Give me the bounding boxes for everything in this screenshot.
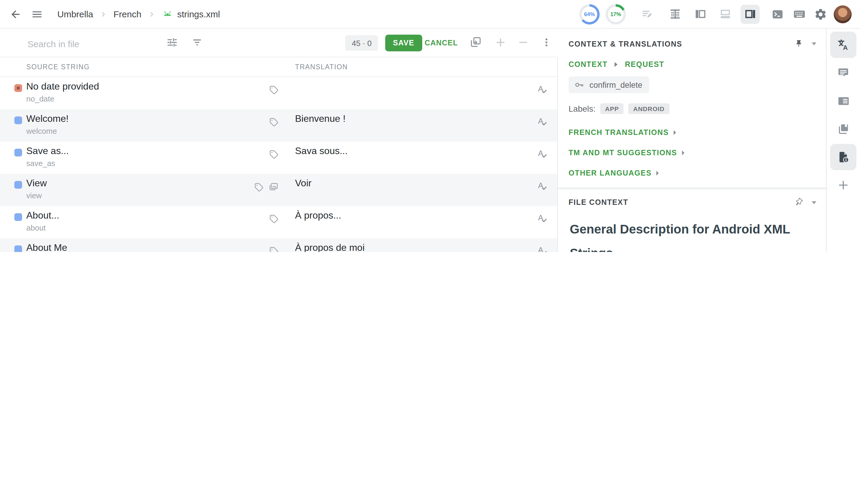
section-label: OTHER LANGUAGES (569, 169, 651, 177)
breadcrumb-file[interactable]: strings.xml (161, 8, 220, 20)
context-panel: CONTEXT & TRANSLATIONS CONTEXT REQUEST c… (558, 29, 827, 252)
unpin-icon[interactable] (792, 196, 805, 209)
context-tabs: CONTEXT REQUEST (558, 48, 826, 69)
rail-add-panel-button[interactable] (830, 172, 857, 198)
panel-icon-rail: A (827, 29, 860, 252)
tag-icon[interactable] (269, 85, 279, 95)
string-key-chip[interactable]: confirm_delete (569, 76, 649, 93)
chevron-down-icon[interactable] (812, 201, 816, 204)
terminal-icon (771, 8, 784, 20)
tag-icon[interactable] (269, 246, 279, 252)
spellcheck-button[interactable]: A (536, 180, 548, 192)
side-panel-view-icon (744, 8, 756, 20)
rail-glossary-button[interactable] (830, 116, 857, 142)
string-key: view (26, 191, 42, 200)
table-row[interactable]: View view Voir A (0, 174, 557, 206)
section-tm-mt-suggestions[interactable]: TM AND MT SUGGESTIONS (569, 143, 815, 163)
more-options-button[interactable] (541, 37, 553, 48)
spellcheck-button[interactable]: A (536, 116, 548, 128)
approved-progress-ring[interactable]: 17% (605, 4, 626, 24)
draft-pencil-icon (641, 8, 654, 20)
remove-string-button[interactable] (517, 37, 529, 48)
filter-button[interactable] (191, 37, 203, 48)
draft-button[interactable] (637, 3, 658, 25)
label-chip[interactable]: APP (600, 103, 624, 114)
add-string-button[interactable] (494, 37, 506, 48)
chevron-right-icon (615, 62, 618, 67)
table-row[interactable]: No date provided no_date A (0, 77, 557, 109)
console-button[interactable] (767, 3, 788, 25)
screenshot-icon[interactable] (268, 182, 279, 192)
table-row[interactable]: About... about À propos... A (0, 206, 557, 238)
section-label: FRENCH TRANSLATIONS (569, 128, 669, 137)
advanced-filter-button[interactable] (166, 37, 178, 48)
spellcheck-button[interactable]: A (536, 245, 548, 252)
file-info-icon (836, 150, 850, 164)
table-row[interactable]: Save as... save_as Sava sous... A (0, 142, 557, 174)
chevron-right-icon (682, 150, 684, 155)
cancel-button[interactable]: CANCEL (420, 35, 462, 51)
view-side-by-side-button[interactable] (690, 4, 710, 24)
section-other-languages[interactable]: OTHER LANGUAGES (569, 163, 815, 183)
keyboard-icon (792, 7, 806, 21)
section-label: TM AND MT SUGGESTIONS (569, 149, 677, 157)
rail-translations-button[interactable]: A (830, 32, 857, 58)
approved-percent: 17% (605, 4, 626, 24)
minus-icon (517, 37, 529, 48)
gear-icon (814, 8, 827, 20)
copy-source-button[interactable] (470, 36, 482, 48)
chevron-right-icon (656, 171, 659, 175)
svg-text:A: A (843, 44, 848, 51)
string-counter-badge: 45 · 0 (345, 35, 378, 51)
bookmark-collection-icon (837, 123, 850, 135)
translated-progress-ring[interactable]: 64% (579, 4, 600, 24)
search-input[interactable] (26, 35, 160, 53)
tag-icon[interactable] (269, 117, 279, 127)
back-button[interactable] (5, 3, 26, 25)
user-avatar[interactable] (834, 5, 852, 23)
view-top-bottom-button[interactable] (715, 4, 734, 24)
side-by-side-view-icon (694, 8, 706, 20)
file-name: strings.xml (177, 9, 220, 19)
spellcheck-icon: A (536, 213, 548, 225)
pin-icon[interactable] (794, 40, 803, 48)
chevron-down-icon[interactable] (812, 42, 816, 45)
save-button[interactable]: SAVE (385, 35, 422, 51)
spellcheck-button[interactable]: A (536, 148, 548, 160)
menu-button[interactable] (26, 3, 48, 25)
breadcrumb-language[interactable]: French (113, 9, 141, 19)
spellcheck-button[interactable]: A (536, 213, 548, 225)
label-chip[interactable]: ANDROID (629, 103, 670, 114)
rail-info-card-button[interactable] (830, 88, 857, 114)
spellcheck-button[interactable]: A (536, 84, 548, 96)
status-translated-icon (14, 213, 22, 221)
rail-comments-button[interactable] (830, 60, 857, 86)
tag-icon[interactable] (269, 149, 279, 159)
shortcuts-button[interactable] (788, 3, 810, 25)
table-row[interactable]: About Me about_me À propos de moi A (0, 238, 557, 252)
comment-icon (837, 66, 850, 80)
view-table-button[interactable] (665, 4, 685, 24)
tab-request[interactable]: REQUEST (625, 60, 664, 69)
spellcheck-icon: A (536, 148, 548, 160)
section-french-translations[interactable]: FRENCH TRANSLATIONS (569, 123, 815, 143)
tag-icon[interactable] (269, 214, 279, 224)
android-icon (161, 8, 173, 20)
key-icon (574, 80, 585, 90)
strings-list: SOURCE STRING TRANSLATION No date provid… (0, 57, 558, 252)
string-key: welcome (26, 127, 57, 135)
translate-icon: A (836, 38, 850, 52)
table-row[interactable]: Welcome! welcome Bienvenue ! A (0, 109, 557, 142)
breadcrumb-project[interactable]: Umbrella (57, 9, 93, 19)
status-translated-icon (14, 149, 22, 156)
panel-title: CONTEXT & TRANSLATIONS (569, 40, 794, 48)
duplicate-icon (470, 36, 482, 48)
rail-file-context-button[interactable] (830, 144, 857, 170)
settings-button[interactable] (810, 3, 831, 25)
file-toolbar: 45 · 0 SAVE CANCEL (0, 29, 558, 57)
tag-icon[interactable] (254, 182, 264, 192)
tab-context[interactable]: CONTEXT (569, 60, 608, 69)
card-info-icon (836, 94, 850, 108)
view-side-panel-button[interactable] (741, 4, 760, 24)
spellcheck-icon: A (536, 84, 548, 96)
